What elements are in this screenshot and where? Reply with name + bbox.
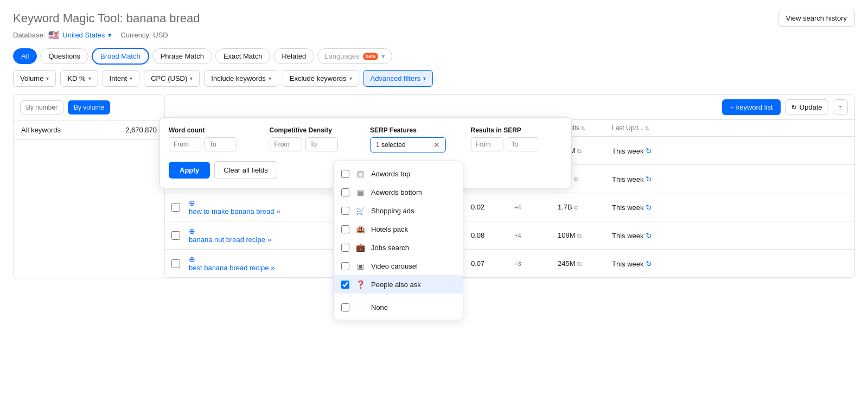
refresh-icon[interactable]: ↻	[646, 203, 652, 212]
competitive-density-label: Competitive Density	[270, 126, 362, 134]
keyword-link[interactable]: banana nut bread recipe »	[189, 236, 341, 244]
sort-updated-icon[interactable]: ⇅	[645, 125, 649, 131]
updated-value: This week	[612, 232, 644, 240]
serp-option-video-carousel[interactable]: ▣ Video carousel	[334, 257, 463, 275]
add-keyword-icon[interactable]: ⊕	[189, 199, 195, 207]
serp-option-people-also-ask[interactable]: ❓ People also ask	[334, 275, 463, 294]
serp-checkbox-shopping-ads[interactable]	[341, 207, 349, 215]
plus-count: +3	[514, 260, 521, 267]
serp-selected-count: 1 selected	[376, 141, 406, 149]
serp-option-label: Adwords bottom	[371, 188, 422, 196]
results-in-serp-from[interactable]	[471, 137, 503, 151]
serp-option-label: People also ask	[371, 281, 421, 289]
serp-checkbox-video-carousel[interactable]	[341, 262, 349, 270]
results-in-serp-label: Results in SERP	[471, 126, 563, 134]
tab-exact-match[interactable]: Exact Match	[215, 48, 271, 64]
serp-option-hotels-pack[interactable]: 🏨 Hotels pack	[334, 220, 463, 238]
add-keyword-icon[interactable]: ⊕	[189, 227, 195, 236]
keyword-link[interactable]: how to make banana bread »	[189, 207, 341, 215]
all-keywords-label: All keywords	[21, 126, 61, 134]
refresh-icon[interactable]: ↻	[646, 147, 652, 155]
serp-option-shopping-ads[interactable]: 🛒 Shopping ads	[334, 201, 463, 220]
clear-serp-selection[interactable]: ✕	[433, 141, 440, 149]
serp-features-label: SERP Features	[370, 126, 462, 134]
languages-label: Languages	[324, 52, 359, 60]
serp-checkbox-jobs-search[interactable]	[341, 244, 349, 252]
word-count-to[interactable]	[205, 137, 237, 151]
serp-checkbox-hotels-pack[interactable]	[341, 225, 349, 233]
tab-questions[interactable]: Questions	[40, 48, 88, 64]
serp-checkbox-adwords-bottom[interactable]	[341, 188, 349, 196]
filter-exclude-label: Exclude keywords	[290, 74, 347, 82]
cpc-value: 0.08	[471, 231, 514, 239]
serp-option-none[interactable]: None	[334, 298, 463, 316]
add-keyword-icon[interactable]: ⊕	[189, 255, 195, 264]
results-value: 109M	[558, 231, 576, 239]
competitive-density-from[interactable]	[270, 137, 302, 151]
cpc-value: 0.07	[471, 259, 514, 268]
sort-by-volume[interactable]: By volume	[68, 100, 110, 115]
serp-option-label: None	[371, 303, 388, 311]
add-keyword-list-button[interactable]: + keyword list	[722, 99, 780, 115]
row-checkbox[interactable]	[171, 259, 180, 268]
serp-checkbox-people-also-ask[interactable]	[341, 281, 349, 289]
filter-volume[interactable]: Volume ▾	[13, 70, 56, 87]
tab-broad-match[interactable]: Broad Match	[92, 48, 149, 65]
row-checkbox[interactable]	[171, 203, 180, 212]
people-also-ask-icon: ❓	[355, 280, 366, 289]
tab-phrase-match[interactable]: Phrase Match	[152, 48, 212, 64]
refresh-icon[interactable]: ↻	[646, 259, 652, 268]
export-button[interactable]: ↑	[833, 99, 848, 115]
filter-intent[interactable]: Intent ▾	[103, 70, 140, 87]
chevron-down-icon: ▾	[88, 75, 91, 81]
filter-exclude-keywords[interactable]: Exclude keywords ▾	[283, 70, 359, 87]
results-icon: ⧉	[577, 260, 582, 267]
serp-option-jobs-search[interactable]: 💼 Jobs search	[334, 238, 463, 257]
serp-checkbox-none[interactable]	[341, 303, 349, 311]
filters-row: Volume ▾ KD % ▾ Intent ▾ CPC (USD) ▾ Inc…	[13, 70, 855, 87]
competitive-density-to[interactable]	[305, 137, 338, 151]
plus-count: +4	[514, 232, 521, 239]
filter-advanced[interactable]: Advanced filters ▾	[363, 70, 433, 87]
chevron-down-icon[interactable]: ▾	[108, 31, 112, 39]
keyword-link[interactable]: best banana bread recipe »	[189, 264, 341, 272]
filter-kd[interactable]: KD % ▾	[60, 70, 98, 87]
database-link[interactable]: United States	[62, 31, 105, 39]
serp-option-adwords-top[interactable]: ▦ Adwords top	[334, 164, 463, 183]
update-button[interactable]: ↻ Update	[785, 99, 828, 115]
results-in-serp-to[interactable]	[507, 137, 539, 151]
serp-selected-display[interactable]: 1 selected ✕	[370, 137, 446, 152]
serp-option-label: Jobs search	[371, 244, 409, 252]
tab-languages[interactable]: Languages beta ▾	[317, 48, 392, 64]
word-count-from[interactable]	[169, 137, 201, 151]
serp-option-adwords-bottom[interactable]: ▤ Adwords bottom	[334, 183, 463, 201]
adwords-top-icon: ▦	[355, 169, 366, 178]
page-title: Keyword Magic Tool: banana bread	[13, 11, 200, 25]
hotels-pack-icon: 🏨	[355, 225, 366, 233]
tab-related[interactable]: Related	[273, 48, 314, 64]
apply-button[interactable]: Apply	[169, 162, 210, 179]
refresh-icon[interactable]: ↻	[646, 231, 652, 240]
refresh-icon[interactable]: ↻	[646, 175, 652, 183]
flag-icon: 🇺🇸	[48, 30, 59, 40]
export-icon: ↑	[839, 103, 843, 111]
cpc-value: 0.02	[471, 203, 514, 211]
table-row: ⊕ how to make banana bread » I 74,000 0.…	[165, 193, 854, 221]
clear-fields-button[interactable]: Clear all fields	[214, 161, 277, 179]
row-checkbox[interactable]	[171, 231, 180, 240]
filter-intent-label: Intent	[110, 74, 127, 82]
filter-cpc[interactable]: CPC (USD) ▾	[144, 70, 200, 87]
serp-option-label: Shopping ads	[371, 207, 414, 215]
serp-option-label: Hotels pack	[371, 225, 408, 233]
serp-checkbox-adwords-top[interactable]	[341, 170, 349, 178]
chevron-down-icon: ▾	[423, 75, 426, 81]
competitive-density-group: Competitive Density	[270, 126, 362, 152]
sort-results-icon[interactable]: ⇅	[581, 125, 585, 131]
view-history-button[interactable]: View search history	[778, 10, 855, 27]
filter-include-keywords[interactable]: Include keywords ▾	[204, 70, 278, 87]
adwords-bottom-icon: ▤	[355, 188, 366, 196]
sub-header: Database: 🇺🇸 United States ▾ Currency: U…	[13, 30, 855, 40]
tab-all[interactable]: All	[13, 48, 37, 64]
sort-by-number[interactable]: By number	[20, 100, 63, 115]
updated-value: This week	[612, 175, 644, 183]
